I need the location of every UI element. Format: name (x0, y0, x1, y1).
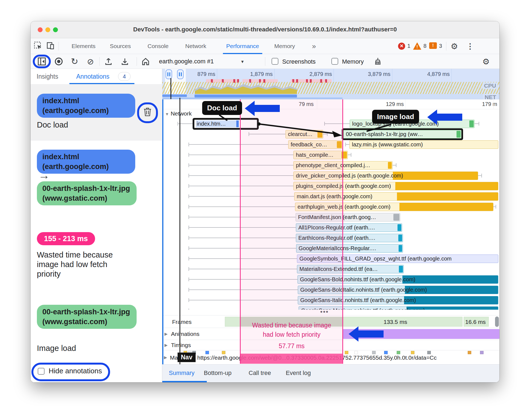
request-whisker-tick (189, 298, 189, 302)
timeline-minimap[interactable]: 879 ms1,879 ms2,879 ms3,879 ms4,879 ms5,… (162, 69, 499, 99)
request-whisker-tick (479, 122, 479, 126)
doc-cap (236, 120, 239, 127)
bottom-tab-call-tree[interactable]: Call tree (249, 365, 271, 381)
annotation-pill-splash-image[interactable]: 00-earth-splash-1x-ltr.jpg (www.gstatic.… (37, 305, 137, 329)
request-whisker (393, 165, 396, 165)
frames-scrollbar[interactable] (495, 317, 499, 327)
annotation-label-image-load[interactable]: Image load (37, 344, 76, 353)
inspect-element-icon[interactable] (33, 40, 43, 51)
warning-badge-icon[interactable]: ! (413, 42, 421, 50)
minimap-cpu-label: CPU (482, 82, 498, 89)
screenshot-marker-chip (427, 351, 431, 354)
upload-profile-icon[interactable] (103, 56, 114, 67)
home-icon[interactable] (140, 56, 151, 67)
screenshots-label: Screenshots (282, 58, 316, 65)
kebab-menu-icon[interactable]: ⋮ (465, 41, 475, 51)
network-request-bar[interactable]: lazy.min.js (www.gstatic.com) (349, 140, 498, 149)
divider (58, 42, 59, 51)
request-whisker-tick (189, 153, 189, 157)
error-badge-icon[interactable]: ✕ (398, 43, 405, 50)
clear-icon[interactable]: ⊘ (85, 56, 96, 67)
download-cap (393, 214, 399, 221)
expand-triangle-icon[interactable]: ▶ (164, 355, 167, 360)
memory-label: Memory (342, 58, 364, 65)
request-whisker-tick (189, 184, 189, 188)
request-whisker-tick (189, 163, 189, 167)
reload-record-icon[interactable]: ↻ (69, 56, 80, 67)
bottom-tab-summary[interactable]: Summary (169, 365, 195, 381)
screenshot-marker-chip (372, 351, 376, 354)
tab-insights[interactable]: Insights (37, 69, 58, 84)
divider (99, 57, 100, 66)
annotation-pill-time-range[interactable]: 155 - 213 ms (37, 232, 95, 245)
memory-checkbox[interactable] (331, 58, 338, 65)
warning-count: 8 (423, 43, 426, 49)
download-cap (469, 120, 474, 127)
tab-network[interactable]: Network (185, 38, 206, 54)
frame-segment: 16.6 ms (464, 317, 489, 327)
annotation-pill-link-to[interactable]: 00-earth-splash-1x-ltr.jpg (www.gstatic.… (37, 181, 137, 205)
screenshot-marker-chip (345, 351, 348, 354)
wasted-time-solid-bar (241, 354, 343, 364)
expand-triangle-icon[interactable]: ▶ (164, 332, 168, 336)
record-icon[interactable] (54, 56, 64, 67)
request-label: index.htm… (195, 121, 226, 127)
annotations-count-badge: 4 (118, 72, 131, 81)
main-track-prefix: Ma (170, 354, 178, 361)
annotation-label-wasted-time[interactable]: Wasted time because image had low fetch … (37, 250, 132, 279)
download-profile-icon[interactable] (120, 56, 130, 67)
active-bottom-tab-underline (162, 381, 207, 382)
annotation-pill-index-html[interactable]: index.html (earth.google.com) (37, 94, 135, 118)
link-arrow-icon: → (38, 169, 50, 182)
tab-memory[interactable]: Memory (274, 38, 295, 54)
screenshot-marker-chip (468, 351, 471, 354)
bottom-tab-bottom-up[interactable]: Bottom-up (204, 365, 232, 381)
minimap-right-handle[interactable] (177, 69, 184, 79)
download-phase (395, 182, 498, 190)
capture-settings-gear-icon[interactable]: ⚙ (481, 56, 491, 67)
minimap-left-handle[interactable] (166, 69, 172, 79)
network-request-bar[interactable]: 00-earth-splash-1x-ltr.jpg (ww… (343, 130, 461, 138)
download-phase (404, 296, 498, 304)
download-cap (457, 131, 461, 138)
request-whisker-tick (396, 163, 396, 167)
garbage-collect-icon[interactable] (373, 56, 383, 67)
minimap-net-bar (162, 94, 187, 97)
issues-badge-icon[interactable]: ! (429, 42, 437, 49)
tab-annotations[interactable]: Annotations (76, 69, 109, 84)
animations-label: Animations (171, 331, 199, 337)
screenshot-marker-chip (384, 351, 388, 354)
download-phase (397, 192, 498, 201)
screenshot-marker-chip (411, 351, 414, 354)
expand-triangle-icon[interactable]: ▶ (164, 343, 168, 348)
annotation-label-doc-load[interactable]: Doc load (37, 120, 68, 130)
animation-bar[interactable] (343, 329, 499, 339)
chevron-down-icon[interactable]: ▼ (240, 59, 245, 64)
device-toolbar-icon[interactable] (45, 40, 56, 51)
request-whisker-tick (189, 236, 189, 240)
network-track-header[interactable]: ▼ Network (165, 110, 192, 117)
devtools-tab-bar: ElementsSourcesConsoleNetworkPerformance… (31, 38, 499, 54)
minimap-net-bar (162, 97, 343, 99)
highlight-ring-hide-annotations (31, 363, 110, 381)
tab-console[interactable]: Console (148, 38, 169, 54)
history-target-select[interactable]: earth.google.com #1 (159, 58, 214, 65)
minimap-nav-marker (170, 78, 171, 99)
request-whisker (348, 155, 351, 155)
annotation-pill-link-from[interactable]: index.html (earth.google.com) (37, 150, 135, 174)
tab-sources[interactable]: Sources (110, 38, 131, 54)
screenshots-checkbox[interactable] (272, 58, 278, 65)
collapse-triangle-icon[interactable]: ▼ (165, 112, 169, 116)
frame-duration: 133.5 ms (384, 319, 407, 325)
tab-performance[interactable]: Performance (226, 38, 259, 54)
tab-elements[interactable]: Elements (72, 38, 96, 54)
divider (446, 42, 446, 51)
request-whisker-tick (345, 143, 346, 146)
download-phase (399, 203, 493, 211)
minimap-tick-label: 1,879 ms (232, 71, 273, 77)
bottom-tab-event-log[interactable]: Event log (286, 365, 311, 381)
timeline-tick-label: 129 ms (360, 101, 404, 107)
more-tabs-icon[interactable]: » (312, 38, 316, 54)
settings-gear-icon[interactable]: ⚙ (449, 41, 460, 51)
request-whisker-tick (189, 174, 189, 178)
